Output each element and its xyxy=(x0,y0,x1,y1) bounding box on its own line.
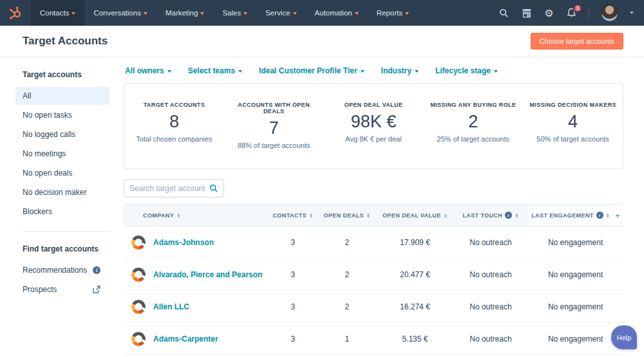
last-engagement-cell: No engagement xyxy=(527,291,623,323)
sidebar-item-all[interactable]: All xyxy=(15,87,109,105)
info-icon[interactable]: i xyxy=(93,266,100,274)
search-icon[interactable] xyxy=(498,8,509,19)
choose-target-accounts-button[interactable]: Choose target accounts xyxy=(531,33,623,50)
sidebar-item-no-open-tasks[interactable]: No open tasks xyxy=(0,106,124,124)
target-accounts-table: COMPANY ▲▼ CONTACTS ▲▼ OPEN DEALS ▲▼ OPE… xyxy=(124,204,623,357)
gear-glyph: ⚙ xyxy=(544,7,553,19)
last-engagement-cell: No engagement xyxy=(527,226,623,259)
user-avatar[interactable] xyxy=(601,5,618,22)
sort-icon[interactable]: ▲▼ xyxy=(444,213,448,218)
user-menu-chevron-icon[interactable] xyxy=(630,12,634,14)
table-row[interactable]: Alvarez Ltd 4 1 9.097 € hace 2 años No e… xyxy=(124,355,623,357)
sort-icon[interactable]: ▲▼ xyxy=(176,213,180,218)
stat-subtext: Avg 8K € per deal xyxy=(329,135,419,143)
contacts-cell: 3 xyxy=(268,259,317,291)
nav-item-contacts[interactable]: Contacts xyxy=(31,0,84,26)
sort-icon[interactable]: ▲▼ xyxy=(366,213,370,218)
column-options-chevron-icon[interactable] xyxy=(616,215,620,217)
company-link[interactable]: Alvarado, Pierce and Pearson xyxy=(153,270,262,279)
chevron-down-icon xyxy=(415,70,419,73)
last-engagement-cell: No engagement xyxy=(527,323,623,355)
help-button[interactable]: Help xyxy=(611,325,637,349)
company-logo-icon xyxy=(131,268,146,282)
sidebar-section-title: Target accounts xyxy=(0,66,124,86)
info-icon[interactable]: i xyxy=(505,212,512,219)
nav-item-automation[interactable]: Automation xyxy=(306,0,368,26)
stat-label: MISSING DECISION MAKERS xyxy=(528,102,618,108)
open-deal-value-cell: 5.135 € xyxy=(376,323,453,355)
column-header-last-engagement[interactable]: LAST ENGAGEMENT i ▲▼ xyxy=(527,205,623,226)
open-deal-value-cell: 9.097 € xyxy=(376,355,453,357)
sprocket-icon xyxy=(8,6,23,20)
chevron-down-icon xyxy=(243,12,247,15)
settings-gear-icon[interactable]: ⚙ xyxy=(544,8,554,19)
stat-value: 7 xyxy=(229,118,319,138)
filter-lifecycle-stage[interactable]: Lifecycle stage xyxy=(435,66,498,75)
stat-subtext: 25% of target accounts xyxy=(428,135,518,143)
stat-subtext: 50% of target accounts xyxy=(528,135,618,143)
stat-subtext: 88% of target accounts xyxy=(229,142,319,149)
company-logo-icon xyxy=(131,235,146,250)
chevron-down-icon xyxy=(200,12,204,15)
filter-label: Industry xyxy=(381,66,412,75)
chevron-down-icon xyxy=(167,70,171,73)
notification-badge: 1 xyxy=(573,4,582,13)
info-icon[interactable]: i xyxy=(596,212,603,219)
sidebar-item-no-meetings[interactable]: No meetings xyxy=(0,145,124,163)
company-logo-icon xyxy=(131,332,146,346)
stat-value: 98K € xyxy=(329,112,419,132)
filter-all-owners[interactable]: All owners xyxy=(125,66,171,75)
top-navigation: Contacts Conversations Marketing Sales S… xyxy=(0,0,644,26)
table-row[interactable]: Adams-Carpenter 3 1 5.135 € No outreach … xyxy=(124,323,623,355)
filter-ideal-customer-profile-tier[interactable]: Ideal Customer Profile Tier xyxy=(259,66,365,75)
column-label: LAST ENGAGEMENT xyxy=(531,212,594,219)
company-link[interactable]: Allen LLC xyxy=(153,302,189,311)
table-row[interactable]: Allen LLC 3 2 16.274 € No outreach No en… xyxy=(124,291,623,323)
nav-label: Service xyxy=(265,9,290,17)
sidebar-item-no-decision-maker[interactable]: No decision maker xyxy=(0,183,124,201)
sidebar-item-recommendations[interactable]: Recommendations i xyxy=(0,261,124,279)
column-header-open-deal-value[interactable]: OPEN DEAL VALUE ▲▼ xyxy=(376,205,453,226)
nav-menu: Contacts Conversations Marketing Sales S… xyxy=(31,0,418,26)
stat-missing-decision-makers: MISSING DECISION MAKERS 4 50% of target … xyxy=(523,102,623,149)
column-header-contacts[interactable]: CONTACTS ▲▼ xyxy=(268,205,317,226)
marketplace-icon[interactable] xyxy=(521,8,532,19)
divider xyxy=(589,6,589,20)
company-link[interactable]: Adams-Johnson xyxy=(153,238,214,247)
stat-label: OPEN DEAL VALUE xyxy=(329,102,419,108)
table-row[interactable]: Adams-Johnson 3 2 17.909 € No outreach N… xyxy=(124,226,623,259)
column-label: CONTACTS xyxy=(272,212,307,219)
column-header-last-touch[interactable]: LAST TOUCH i ▲▼ xyxy=(454,205,528,226)
sort-icon[interactable]: ▲▼ xyxy=(515,213,518,218)
last-touch-cell: No outreach xyxy=(454,291,528,323)
table-row[interactable]: Alvarado, Pierce and Pearson 3 2 20.477 … xyxy=(124,259,623,291)
hubspot-logo[interactable] xyxy=(0,0,31,26)
nav-item-marketing[interactable]: Marketing xyxy=(156,0,214,26)
column-header-company[interactable]: COMPANY ▲▼ xyxy=(124,205,268,226)
open-deal-value-cell: 20.477 € xyxy=(376,259,453,291)
sort-icon[interactable]: ▲▼ xyxy=(309,213,313,218)
stat-value: 8 xyxy=(129,112,219,132)
nav-item-service[interactable]: Service xyxy=(256,0,305,26)
filter-select-teams[interactable]: Select teams xyxy=(188,66,242,75)
stat-value: 4 xyxy=(528,112,618,132)
last-touch-cell: No outreach xyxy=(454,226,528,259)
nav-item-reports[interactable]: Reports xyxy=(368,0,418,26)
sidebar-item-blockers[interactable]: Blockers xyxy=(0,203,124,221)
filter-industry[interactable]: Industry xyxy=(381,66,419,75)
open-deals-cell: 1 xyxy=(318,355,377,357)
sidebar-item-prospects[interactable]: Prospects xyxy=(0,280,124,298)
search-input[interactable] xyxy=(129,184,209,193)
notifications-bell-icon[interactable]: 1 xyxy=(566,8,577,19)
search-icon[interactable] xyxy=(209,184,218,193)
sort-icon[interactable]: ▲▼ xyxy=(606,213,610,218)
chevron-down-icon xyxy=(293,12,297,15)
stat-target-accounts: TARGET ACCOUNTS 8 Total chosen companies xyxy=(124,102,224,149)
company-link[interactable]: Adams-Carpenter xyxy=(153,334,218,343)
column-header-open-deals[interactable]: OPEN DEALS ▲▼ xyxy=(318,205,377,226)
nav-item-conversations[interactable]: Conversations xyxy=(84,0,156,26)
chevron-down-icon xyxy=(238,70,242,73)
sidebar-item-no-open-deals[interactable]: No open deals xyxy=(0,164,124,182)
sidebar-item-no-logged-calls[interactable]: No logged calls xyxy=(0,125,124,143)
nav-item-sales[interactable]: Sales xyxy=(213,0,256,26)
